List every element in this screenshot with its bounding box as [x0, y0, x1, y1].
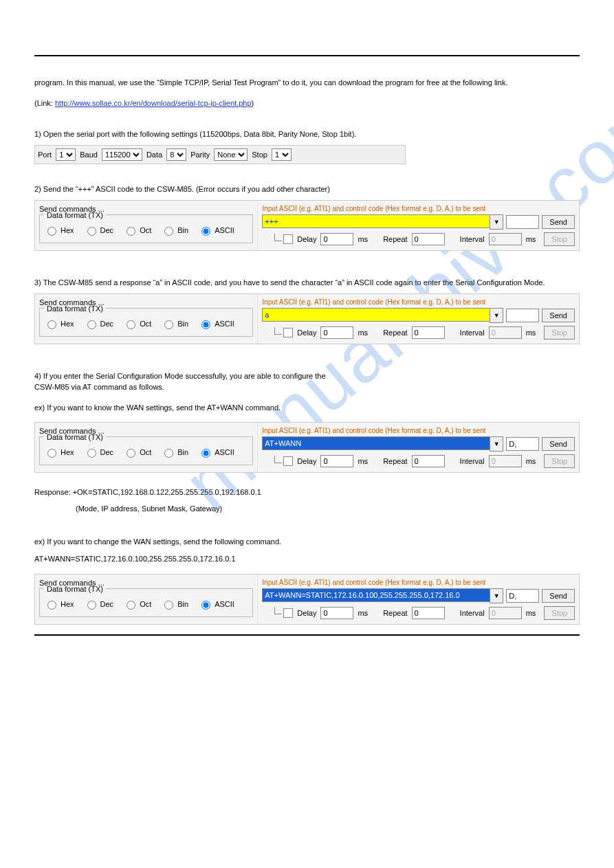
baud-label: Baud: [80, 151, 98, 159]
delay-check[interactable]: [283, 608, 293, 618]
radio-dec[interactable]: Dec: [84, 447, 114, 458]
radio-dec[interactable]: Dec: [84, 225, 114, 236]
radio-ascii[interactable]: ASCII: [198, 599, 234, 610]
step-1-text: 1) Open the serial port with the followi…: [34, 130, 580, 138]
stop-button: Stop: [544, 454, 575, 468]
suffix-input[interactable]: [506, 589, 539, 603]
delay-input[interactable]: [320, 455, 353, 467]
interval-input: [489, 326, 522, 339]
interval-label: Interval: [460, 329, 485, 337]
interval-input: [489, 233, 522, 245]
radio-hex[interactable]: Hex: [44, 318, 74, 329]
suffix-input[interactable]: [506, 215, 539, 229]
response-1: Response: +OK=STATIC,192.168.0.122,255.2…: [34, 487, 580, 499]
interval-label: Interval: [460, 457, 485, 465]
radio-ascii[interactable]: ASCII: [198, 318, 234, 329]
chevron-down-icon[interactable]: ▼: [490, 214, 503, 230]
repeat-label: Repeat: [383, 609, 407, 617]
suffix-input[interactable]: [506, 437, 539, 451]
intro-text: program. In this manual, we use the “Sim…: [34, 77, 580, 89]
example-1-text: ex) If you want to know the WAN settings…: [34, 402, 580, 414]
send-panel-3: Send commands ... Data format (TX) Hex D…: [34, 422, 580, 473]
chevron-down-icon[interactable]: ▼: [490, 436, 503, 452]
data-label: Data: [146, 151, 162, 159]
step-2-text: 2) Send the “+++” ASCII code to the CSW-…: [34, 185, 580, 193]
ms-label-2: ms: [526, 457, 536, 465]
data-select[interactable]: 8: [166, 148, 186, 161]
radio-bin[interactable]: Bin: [161, 225, 188, 236]
baud-select[interactable]: 115200: [102, 148, 142, 161]
stop-label: Stop: [252, 151, 267, 159]
send-panel-2: Send commands ... Data format (TX) Hex D…: [34, 293, 580, 344]
command-input[interactable]: [262, 308, 490, 322]
repeat-label: Repeat: [383, 235, 407, 243]
input-hint: Input ASCII (e.g. ATI1) and control code…: [262, 427, 575, 434]
radio-hex[interactable]: Hex: [44, 225, 74, 236]
stop-select[interactable]: 1: [272, 148, 292, 161]
header-rule: [34, 55, 580, 56]
example-2-text: ex) If you want to change the WAN settin…: [34, 536, 580, 548]
input-hint: Input ASCII (e.g. ATI1) and control code…: [262, 298, 575, 306]
radio-bin[interactable]: Bin: [161, 318, 188, 329]
send-button[interactable]: Send: [542, 437, 575, 451]
radio-bin[interactable]: Bin: [161, 447, 188, 458]
step-4-text-a: 4) If you enter the Serial Configuration…: [34, 372, 580, 380]
delay-label: Delay: [297, 609, 316, 617]
send-button[interactable]: Send: [542, 309, 575, 322]
radio-hex[interactable]: Hex: [44, 447, 74, 458]
radio-oct[interactable]: Oct: [123, 318, 151, 329]
repeat-label: Repeat: [383, 329, 407, 337]
tree-line: [274, 456, 282, 463]
example-2-cmd: AT+WANN=STATIC,172.16.0.100,255.255.255.…: [34, 553, 580, 566]
delay-label: Delay: [297, 235, 316, 243]
tree-line: [274, 607, 282, 614]
delay-check[interactable]: [283, 456, 293, 466]
send-button[interactable]: Send: [542, 589, 575, 603]
radio-bin[interactable]: Bin: [161, 599, 188, 610]
delay-input[interactable]: [320, 233, 353, 245]
ms-label-2: ms: [526, 329, 536, 337]
radio-oct[interactable]: Oct: [123, 225, 151, 236]
delay-input[interactable]: [320, 607, 353, 619]
command-input[interactable]: [262, 436, 490, 450]
parity-label: Parity: [190, 151, 210, 159]
command-input[interactable]: [262, 588, 490, 602]
send-panel-4: Send commands ... Data format (TX) Hex D…: [34, 574, 580, 625]
repeat-input[interactable]: [412, 233, 445, 245]
repeat-input[interactable]: [412, 607, 445, 619]
suffix-input[interactable]: [506, 309, 539, 322]
delay-check[interactable]: [283, 328, 293, 337]
ms-label: ms: [358, 235, 368, 243]
radio-hex[interactable]: Hex: [44, 599, 74, 610]
stop-button: Stop: [544, 606, 575, 620]
repeat-input[interactable]: [412, 455, 445, 467]
delay-check[interactable]: [283, 234, 293, 244]
interval-input: [489, 607, 522, 619]
input-hint: Input ASCII (e.g. ATI1) and control code…: [262, 205, 575, 212]
response-2: (Mode, IP address, Subnet Mask, Gateway): [34, 503, 580, 515]
send-button[interactable]: Send: [542, 215, 575, 229]
interval-label: Interval: [460, 609, 485, 617]
parity-select[interactable]: None: [214, 148, 248, 161]
input-hint: Input ASCII (e.g. ATI1) and control code…: [262, 579, 575, 586]
ms-label: ms: [358, 457, 368, 465]
chevron-down-icon[interactable]: ▼: [490, 308, 503, 323]
radio-dec[interactable]: Dec: [84, 318, 114, 329]
radio-ascii[interactable]: ASCII: [198, 225, 234, 236]
command-input[interactable]: [262, 214, 490, 228]
port-select[interactable]: 1: [56, 148, 76, 161]
port-label: Port: [38, 151, 52, 159]
radio-ascii[interactable]: ASCII: [198, 447, 234, 458]
repeat-input[interactable]: [412, 326, 445, 339]
download-link[interactable]: http://www.sollae.co.kr/en/download/seri…: [55, 99, 252, 107]
radio-oct[interactable]: Oct: [123, 447, 151, 458]
radio-dec[interactable]: Dec: [84, 599, 114, 610]
radio-oct[interactable]: Oct: [123, 599, 151, 610]
stop-button: Stop: [544, 326, 575, 340]
chevron-down-icon[interactable]: ▼: [490, 588, 503, 603]
data-format-title: Data format (TX): [44, 211, 106, 219]
step-3-text: 3) The CSW-M85 send a response “a” in AS…: [34, 278, 580, 287]
stop-button: Stop: [544, 232, 575, 246]
tree-line: [274, 327, 282, 335]
delay-input[interactable]: [320, 326, 353, 339]
